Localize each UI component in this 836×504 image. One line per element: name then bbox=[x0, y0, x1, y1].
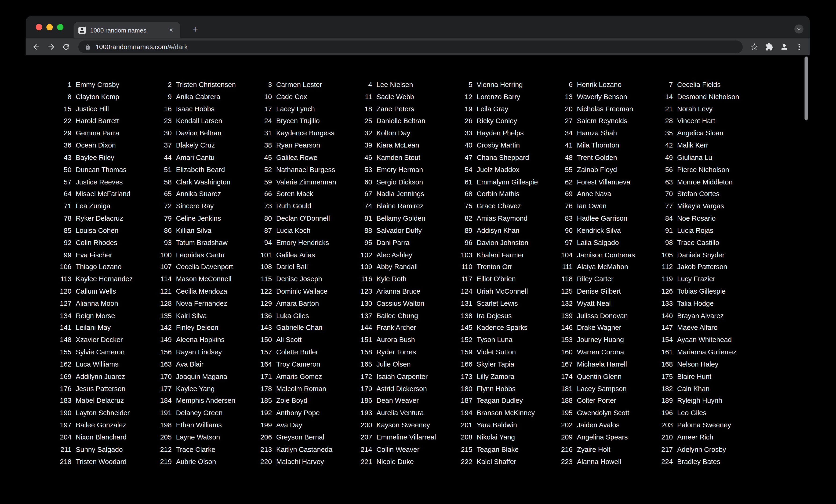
name-number: 130 bbox=[354, 299, 372, 307]
name-item: 143Gabrielle Chan bbox=[254, 322, 354, 334]
scrollbar-thumb[interactable] bbox=[805, 57, 808, 121]
name-item: 108Dariel Ball bbox=[254, 261, 354, 273]
name-number: 55 bbox=[555, 166, 573, 173]
zoom-window-button[interactable] bbox=[57, 24, 63, 31]
tab-search-button[interactable] bbox=[794, 24, 803, 34]
name-item: 48Trent Golden bbox=[555, 151, 655, 163]
name-number: 147 bbox=[655, 324, 673, 332]
name-number: 192 bbox=[254, 409, 272, 417]
name-number: 224 bbox=[655, 458, 673, 465]
name-number: 96 bbox=[454, 238, 472, 246]
name-number: 104 bbox=[555, 251, 573, 258]
tab-close-icon[interactable]: ✕ bbox=[167, 26, 175, 34]
name-item: 222Kalel Shaffer bbox=[454, 455, 555, 467]
name-number: 24 bbox=[254, 117, 272, 125]
name-item: 207Emmeline Villarreal bbox=[354, 431, 454, 443]
profile-button[interactable] bbox=[777, 39, 792, 55]
name-number: 189 bbox=[655, 397, 673, 405]
name-item: 161Marianna Gutierrez bbox=[655, 346, 755, 358]
name-text: Mila Thornton bbox=[577, 141, 619, 149]
name-item: 41Mila Thornton bbox=[555, 139, 655, 151]
menu-button[interactable] bbox=[792, 39, 807, 55]
name-text: Adelynn Crosby bbox=[677, 445, 726, 453]
name-text: Aubrie Olson bbox=[176, 458, 216, 465]
name-number: 67 bbox=[354, 190, 372, 198]
extensions-button[interactable] bbox=[762, 39, 777, 55]
name-number: 2 bbox=[153, 80, 171, 89]
name-item: 18Zane Peters bbox=[354, 103, 454, 115]
name-number: 210 bbox=[655, 433, 673, 441]
name-item: 60Sergio Dickson bbox=[354, 176, 454, 188]
name-item: 193Aurelia Ventura bbox=[354, 407, 454, 419]
name-number: 99 bbox=[53, 251, 71, 258]
name-number: 79 bbox=[153, 214, 171, 222]
name-text: Kendrick Silva bbox=[577, 226, 621, 234]
name-text: Riley Carter bbox=[577, 275, 613, 283]
name-item: 42Malik Kerr bbox=[655, 139, 755, 151]
new-tab-button[interactable]: + bbox=[189, 23, 202, 36]
name-item: 21Norah Levy bbox=[655, 103, 755, 115]
name-number: 161 bbox=[655, 348, 673, 356]
tab-1000-random-names[interactable]: 1000 random names ✕ bbox=[74, 22, 180, 38]
name-number: 97 bbox=[555, 238, 573, 246]
name-number: 181 bbox=[555, 385, 573, 392]
back-button[interactable] bbox=[29, 39, 44, 55]
name-text: Abby Randall bbox=[376, 263, 418, 271]
name-item: 80Declan O'Donnell bbox=[254, 212, 354, 224]
name-item: 55Zainab Floyd bbox=[555, 163, 655, 176]
back-arrow-icon bbox=[32, 42, 40, 51]
name-item: 197Bailee Gonzalez bbox=[53, 419, 154, 431]
name-text: Talia Hodge bbox=[677, 299, 714, 307]
name-item: 126Tobias Gillespie bbox=[655, 285, 755, 297]
name-item: 189Ryleigh Huynh bbox=[655, 394, 755, 407]
name-text: Bradley Bates bbox=[677, 458, 720, 465]
name-text: Vienna Herring bbox=[477, 80, 523, 89]
name-number: 186 bbox=[354, 397, 372, 405]
name-number: 111 bbox=[555, 263, 573, 271]
name-item: 182Cain Khan bbox=[655, 383, 755, 394]
name-text: Delaney Green bbox=[176, 409, 223, 417]
name-text: Vincent Hart bbox=[677, 117, 715, 125]
bookmark-button[interactable] bbox=[747, 39, 762, 55]
name-text: Kiara McLean bbox=[376, 141, 419, 149]
name-number: 126 bbox=[655, 287, 673, 295]
name-item: 181Lacey Sampson bbox=[555, 383, 655, 394]
name-text: Gwendolyn Scott bbox=[577, 409, 629, 417]
forward-button[interactable] bbox=[44, 39, 59, 55]
address-bar[interactable]: 1000randomnames.com/#/dark bbox=[78, 40, 743, 53]
name-number: 131 bbox=[454, 299, 472, 307]
name-number: 20 bbox=[555, 105, 573, 113]
name-item: 159Violet Sutton bbox=[454, 346, 555, 358]
name-text: Hamza Shah bbox=[577, 129, 617, 137]
name-item: 194Branson McKinney bbox=[454, 407, 555, 419]
name-text: Waverly Benson bbox=[577, 93, 627, 100]
name-item: 63Monroe Middleton bbox=[655, 176, 755, 188]
name-item: 79Celine Jenkins bbox=[153, 212, 254, 224]
reload-button[interactable] bbox=[59, 39, 74, 55]
name-item: 61Emmalynn Gillespie bbox=[454, 176, 555, 188]
name-number: 33 bbox=[454, 129, 472, 137]
name-text: Giuliana Lu bbox=[677, 153, 712, 161]
name-number: 5 bbox=[454, 80, 472, 89]
name-item: 168Nelson Haley bbox=[655, 358, 755, 370]
name-text: Drake Wagner bbox=[577, 324, 621, 332]
minimize-window-button[interactable] bbox=[46, 24, 53, 31]
name-number: 21 bbox=[655, 105, 673, 113]
name-text: Violet Sutton bbox=[477, 348, 516, 356]
name-text: Nicole Duke bbox=[376, 458, 414, 465]
name-item: 158Ryder Torres bbox=[354, 346, 454, 358]
name-number: 135 bbox=[153, 312, 171, 319]
name-text: Alaiya McMahon bbox=[577, 263, 628, 271]
name-text: Salem Reynolds bbox=[577, 117, 627, 125]
close-window-button[interactable] bbox=[36, 24, 42, 31]
name-text: Emmy Crosby bbox=[76, 80, 119, 89]
name-text: Clark Washington bbox=[176, 178, 230, 186]
name-number: 59 bbox=[254, 178, 272, 186]
name-text: Zainab Floyd bbox=[577, 166, 617, 173]
name-text: Noe Rosario bbox=[677, 214, 716, 222]
name-item: 73Ruth Gould bbox=[254, 200, 354, 212]
name-item: 170Joaquin Magana bbox=[153, 370, 254, 383]
name-item: 67Nadia Jennings bbox=[354, 188, 454, 200]
name-number: 58 bbox=[153, 178, 171, 186]
name-number: 25 bbox=[354, 117, 372, 125]
